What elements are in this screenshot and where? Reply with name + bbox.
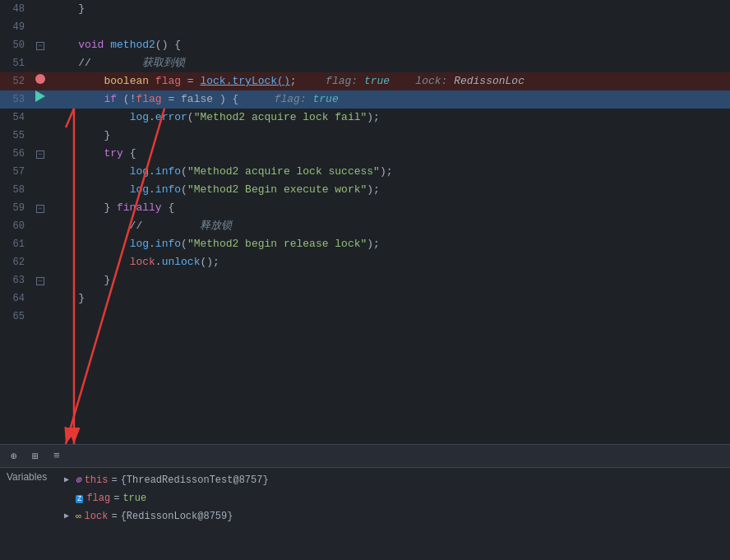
fold-marker[interactable]: − bbox=[36, 42, 44, 50]
expand-arrow[interactable]: ▶ bbox=[64, 507, 72, 525]
code-content: log.info("Method2 acquire lock success")… bbox=[49, 163, 730, 181]
gutter-cell bbox=[31, 181, 49, 199]
gutter-cell[interactable]: − bbox=[31, 199, 49, 217]
code-content: if (!flag = false ) { flag: true bbox=[49, 90, 730, 109]
line-number: 63 bbox=[0, 271, 31, 289]
variable-name: lock bbox=[85, 507, 109, 525]
variable-value: {ThreadRedissonTest@8757} bbox=[121, 471, 269, 489]
variables-list: ▶⊙this = {ThreadRedissonTest@8757} Zflag… bbox=[58, 468, 730, 560]
gutter-cell bbox=[31, 308, 49, 326]
gutter-cell bbox=[31, 289, 49, 308]
line-number: 51 bbox=[0, 54, 31, 72]
variable-item[interactable]: Zflag = true bbox=[58, 489, 730, 507]
expand-arrow[interactable]: ▶ bbox=[64, 471, 72, 489]
code-content: lock.unlock(); bbox=[49, 253, 730, 271]
code-line-63: 63− } bbox=[0, 271, 730, 289]
line-number: 56 bbox=[0, 145, 31, 163]
variable-name: flag bbox=[86, 489, 110, 507]
code-content: // 获取到锁 bbox=[49, 54, 730, 72]
variable-type-icon: ∞ bbox=[76, 507, 81, 525]
gutter-cell[interactable] bbox=[31, 72, 49, 90]
breakpoint-marker[interactable] bbox=[35, 74, 45, 84]
line-number: 59 bbox=[0, 199, 31, 217]
gutter-cell bbox=[31, 54, 49, 72]
code-content: void method2() { bbox=[49, 36, 730, 54]
line-number: 65 bbox=[0, 308, 31, 326]
variable-type-icon: ⊙ bbox=[76, 471, 81, 489]
variable-type-icon: Z bbox=[76, 489, 83, 508]
grid-icon[interactable]: ⊞ bbox=[28, 449, 43, 464]
line-number: 64 bbox=[0, 289, 31, 308]
variables-label: Variables bbox=[0, 468, 58, 560]
code-line-51: 51 // 获取到锁 bbox=[0, 54, 730, 72]
line-number: 50 bbox=[0, 36, 31, 54]
code-content: // 释放锁 bbox=[49, 217, 730, 235]
gutter-cell[interactable]: − bbox=[31, 36, 49, 54]
code-line-65: 65 bbox=[0, 308, 730, 326]
code-line-58: 58 log.info("Method2 Begin execute work"… bbox=[0, 181, 730, 199]
code-line-61: 61 log.info("Method2 begin release lock"… bbox=[0, 235, 730, 253]
code-content bbox=[49, 308, 730, 326]
list-icon[interactable]: ≡ bbox=[49, 449, 64, 464]
code-line-62: 62 lock.unlock(); bbox=[0, 253, 730, 271]
variable-value: true bbox=[122, 489, 146, 507]
gutter-cell bbox=[31, 127, 49, 145]
code-line-48: 48 } bbox=[0, 0, 730, 18]
fold-marker[interactable]: − bbox=[36, 150, 44, 159]
debug-panel: ⊕ ⊞ ≡ Variables ▶⊙this = {ThreadRedisson… bbox=[0, 444, 730, 560]
variable-value: {RedissonLock@8759} bbox=[121, 507, 233, 525]
line-number: 61 bbox=[0, 235, 31, 253]
code-line-60: 60 // 释放锁 bbox=[0, 217, 730, 235]
line-number: 60 bbox=[0, 217, 31, 235]
gutter-cell[interactable] bbox=[31, 90, 49, 109]
code-line-64: 64 } bbox=[0, 289, 730, 308]
gutter-cell bbox=[31, 109, 49, 127]
code-content bbox=[49, 18, 730, 36]
code-content: } finally { bbox=[49, 199, 730, 217]
code-line-56: 56− try { bbox=[0, 145, 730, 163]
variable-name: this bbox=[85, 471, 109, 489]
gutter-cell bbox=[31, 235, 49, 253]
code-line-53: 53 if (!flag = false ) { flag: true bbox=[0, 90, 730, 109]
gutter-cell bbox=[31, 217, 49, 235]
variable-equals: = bbox=[111, 507, 117, 525]
code-editor: 48 }4950− void method2() {51 // 获取到锁52 b… bbox=[0, 0, 730, 444]
line-number: 55 bbox=[0, 127, 31, 145]
code-line-59: 59− } finally { bbox=[0, 199, 730, 217]
code-content: log.info("Method2 Begin execute work"); bbox=[49, 181, 730, 199]
code-line-52: 52 boolean flag = lock.tryLock(); flag: … bbox=[0, 72, 730, 90]
code-content: boolean flag = lock.tryLock(); flag: tru… bbox=[49, 72, 730, 90]
code-line-57: 57 log.info("Method2 acquire lock succes… bbox=[0, 163, 730, 181]
variable-item[interactable]: ▶⊙this = {ThreadRedissonTest@8757} bbox=[58, 471, 730, 489]
line-number: 57 bbox=[0, 163, 31, 181]
code-content: try { bbox=[49, 145, 730, 163]
code-content: } bbox=[49, 289, 730, 308]
line-number: 62 bbox=[0, 253, 31, 271]
gutter-cell[interactable]: − bbox=[31, 271, 49, 289]
variable-equals: = bbox=[111, 471, 117, 489]
variable-equals: = bbox=[113, 489, 119, 507]
line-number: 49 bbox=[0, 18, 31, 36]
gutter-cell[interactable]: − bbox=[31, 145, 49, 163]
panel-content: Variables ▶⊙this = {ThreadRedissonTest@8… bbox=[0, 468, 730, 560]
gutter-cell bbox=[31, 0, 49, 18]
code-content: } bbox=[49, 127, 730, 145]
line-number: 48 bbox=[0, 0, 31, 18]
line-number: 58 bbox=[0, 181, 31, 199]
fold-marker[interactable]: − bbox=[36, 277, 44, 285]
code-content: } bbox=[49, 0, 730, 18]
panel-toolbar: ⊕ ⊞ ≡ bbox=[0, 445, 730, 468]
code-content: } bbox=[49, 271, 730, 289]
gutter-cell bbox=[31, 18, 49, 36]
code-line-55: 55 } bbox=[0, 127, 730, 145]
variable-item[interactable]: ▶∞lock = {RedissonLock@8759} bbox=[58, 507, 730, 525]
gutter-cell bbox=[31, 163, 49, 181]
gutter-cell bbox=[31, 253, 49, 271]
line-number: 52 bbox=[0, 72, 31, 90]
code-content: log.error("Method2 acquire lock fail"); bbox=[49, 109, 730, 127]
line-number: 54 bbox=[0, 109, 31, 127]
current-line-arrow bbox=[35, 90, 45, 102]
code-line-50: 50− void method2() { bbox=[0, 36, 730, 54]
fold-marker[interactable]: − bbox=[36, 205, 44, 213]
filter-icon[interactable]: ⊕ bbox=[7, 449, 21, 464]
